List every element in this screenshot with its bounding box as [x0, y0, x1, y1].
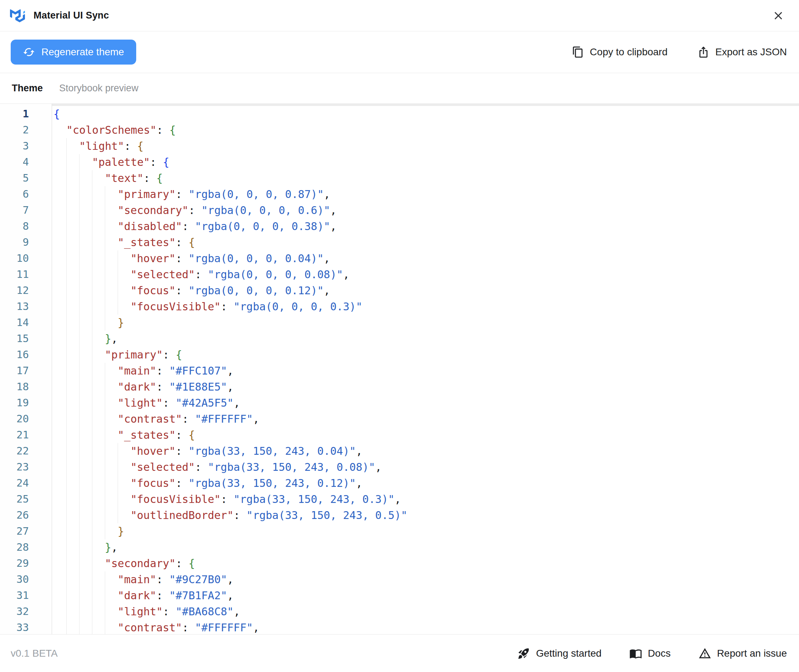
export-icon	[697, 46, 710, 58]
indent-guide	[105, 475, 118, 491]
code-token-p: :	[221, 493, 233, 506]
code-token-str: "rgba(0, 0, 0, 0.04)"	[189, 252, 324, 265]
code-token-key: "primary"	[105, 349, 163, 361]
code-token-by: {	[189, 429, 195, 441]
code-token-bg: {	[189, 557, 195, 570]
code-line[interactable]: "secondary": {	[52, 555, 799, 571]
code-token-str: "#FFFFFF"	[195, 621, 253, 634]
code-line[interactable]: "main": "#9C27B0",	[52, 571, 799, 587]
code-token-str: "rgba(33, 150, 243, 0.12)"	[189, 477, 356, 490]
copy-to-clipboard-button[interactable]: Copy to clipboard	[572, 46, 668, 58]
indent-spacer	[53, 459, 66, 475]
code-line[interactable]: "hover": "rgba(0, 0, 0, 0.04)",	[52, 250, 799, 266]
code-token-key: "selected"	[131, 268, 195, 281]
tab-theme[interactable]: Theme	[12, 83, 43, 94]
line-number: 5	[0, 170, 52, 186]
code-line[interactable]: "light": "#42A5F5",	[52, 395, 799, 411]
regenerate-theme-button[interactable]: Regenerate theme	[11, 40, 136, 64]
code-token-str: "#9C27B0"	[169, 573, 227, 586]
indent-spacer	[53, 603, 66, 619]
tab-storybook-preview[interactable]: Storybook preview	[59, 83, 138, 94]
code-line[interactable]: "_states": {	[52, 234, 799, 250]
code-line[interactable]: "main": "#FFC107",	[52, 363, 799, 379]
code-token-p: ,	[253, 621, 259, 634]
line-number: 26	[0, 507, 52, 523]
code-line[interactable]: "text": {	[52, 170, 799, 186]
tab-bar: Theme Storybook preview	[0, 73, 799, 104]
code-line[interactable]: "selected": "rgba(33, 150, 243, 0.08)",	[52, 459, 799, 475]
docs-link[interactable]: Docs	[629, 647, 671, 660]
code-line[interactable]: "colorSchemes": {	[52, 122, 799, 138]
code-token-p: :	[176, 252, 188, 265]
code-line[interactable]: "contrast": "#FFFFFF",	[52, 411, 799, 427]
indent-guide	[105, 443, 118, 459]
code-line[interactable]: "outlinedBorder": "rgba(33, 150, 243, 0.…	[52, 507, 799, 523]
close-icon	[772, 9, 785, 22]
indent-guide	[79, 154, 92, 170]
code-line[interactable]: "light": {	[52, 138, 799, 154]
indent-guide	[66, 507, 79, 523]
code-line[interactable]: }	[52, 523, 799, 539]
indent-guide	[66, 459, 79, 475]
line-number: 22	[0, 443, 52, 459]
report-an-issue-link[interactable]: Report an issue	[698, 647, 787, 660]
line-number: 24	[0, 475, 52, 491]
indent-guide	[92, 507, 105, 523]
code-line[interactable]: "secondary": "rgba(0, 0, 0, 0.6)",	[52, 202, 799, 218]
code-line[interactable]: "focusVisible": "rgba(0, 0, 0, 0.3)"	[52, 299, 799, 315]
close-button[interactable]	[770, 7, 787, 24]
code-token-p: :	[176, 557, 189, 570]
code-line[interactable]: "focus": "rgba(0, 0, 0, 0.12)",	[52, 283, 799, 299]
indent-spacer	[53, 475, 66, 491]
indent-guide	[66, 202, 79, 218]
code-line[interactable]: "focusVisible": "rgba(33, 150, 243, 0.3)…	[52, 491, 799, 507]
indent-guide	[66, 347, 79, 363]
indent-guide	[66, 475, 79, 491]
theme-json-editor[interactable]: 1234567891011121314151617181920212223242…	[0, 104, 799, 634]
page-title: Material UI Sync	[34, 10, 109, 21]
indent-guide	[118, 283, 131, 299]
indent-guide	[79, 186, 92, 202]
indent-spacer	[53, 283, 66, 299]
indent-guide	[92, 202, 105, 218]
code-line[interactable]: },	[52, 539, 799, 555]
indent-guide	[79, 234, 92, 250]
code-token-p: ,	[233, 605, 240, 618]
code-line[interactable]: },	[52, 331, 799, 347]
line-number: 7	[0, 202, 52, 218]
code-line[interactable]: "primary": {	[52, 347, 799, 363]
indent-spacer	[53, 555, 66, 571]
indent-spacer	[53, 427, 66, 443]
indent-guide	[66, 491, 79, 507]
code-line[interactable]: "contrast": "#FFFFFF",	[52, 619, 799, 634]
code-token-key: "dark"	[118, 381, 156, 393]
code-line[interactable]: "_states": {	[52, 427, 799, 443]
code-line[interactable]: "light": "#BA68C8",	[52, 603, 799, 619]
code-token-str: "rgba(33, 150, 243, 0.3)"	[233, 493, 395, 506]
code-line[interactable]: "primary": "rgba(0, 0, 0, 0.87)",	[52, 186, 799, 202]
code-token-key: "light"	[118, 605, 163, 618]
code-token-p: :	[233, 509, 246, 522]
toolbar-actions: Copy to clipboard Export as JSON	[572, 46, 787, 58]
code-line[interactable]: "dark": "#7B1FA2",	[52, 587, 799, 603]
indent-guide	[105, 491, 118, 507]
indent-guide	[79, 571, 92, 587]
code-line[interactable]: "palette": {	[52, 154, 799, 170]
code-line[interactable]: }	[52, 315, 799, 331]
code-line[interactable]: "focus": "rgba(33, 150, 243, 0.12)",	[52, 475, 799, 491]
code-line[interactable]: "hover": "rgba(33, 150, 243, 0.04)",	[52, 443, 799, 459]
code-token-str: "#FFC107"	[169, 365, 227, 377]
code-token-bb: {	[53, 108, 60, 120]
code-line[interactable]: "dark": "#1E88E5",	[52, 379, 799, 395]
getting-started-link[interactable]: Getting started	[517, 647, 601, 660]
editor-content[interactable]: {"colorSchemes": {"light": {"palette": {…	[52, 104, 799, 634]
indent-guide	[66, 619, 79, 634]
indent-guide	[79, 587, 92, 603]
export-as-json-button[interactable]: Export as JSON	[697, 46, 787, 58]
code-line[interactable]: "selected": "rgba(0, 0, 0, 0.08)",	[52, 266, 799, 283]
indent-spacer	[53, 379, 66, 395]
code-line[interactable]: "disabled": "rgba(0, 0, 0, 0.38)",	[52, 218, 799, 234]
code-token-p: :	[221, 300, 233, 313]
code-line[interactable]: {	[52, 106, 799, 122]
indent-guide	[79, 459, 92, 475]
